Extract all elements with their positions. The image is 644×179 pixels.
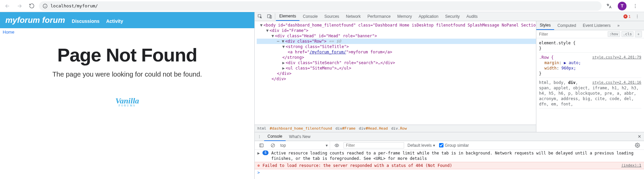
styles-rules[interactable]: element.style { } style.css?v=2.4.201:79…	[536, 38, 644, 132]
styles-tabs: Styles Computed Event Listeners »	[536, 21, 644, 30]
devtools-menu-button[interactable]	[633, 12, 642, 21]
styles-filter-row: :hov .cls ＋	[536, 30, 644, 38]
bc-head[interactable]: div#Head.Head	[359, 126, 388, 131]
dom-node[interactable]: ▶<div class="SiteSearch" role="search">……	[257, 60, 536, 65]
dom-node[interactable]: ▼<strong class="SiteTitle">	[257, 44, 536, 49]
tab-performance[interactable]: Performance	[364, 12, 394, 21]
inspect-icon	[257, 14, 263, 19]
tab-security[interactable]: Security	[442, 12, 463, 21]
tab-application[interactable]: Application	[415, 12, 442, 21]
console-message-info[interactable]: ▶ 6 Active resource loading counts reach…	[255, 150, 644, 162]
styles-filter-input[interactable]	[536, 32, 608, 37]
tab-more[interactable]: »	[614, 21, 623, 30]
console-messages[interactable]: ▶ 6 Active resource loading counts reach…	[255, 150, 644, 179]
back-button[interactable]	[3, 1, 12, 11]
breadcrumb-home[interactable]: Home	[3, 30, 14, 35]
drawer-tab-console[interactable]: Console	[264, 132, 286, 141]
group-similar-checkbox[interactable]	[439, 143, 443, 147]
console-filter-input[interactable]	[344, 142, 404, 148]
bc-row[interactable]: div.Row	[391, 126, 407, 131]
nav-activity[interactable]: Activity	[106, 18, 123, 24]
svg-point-15	[336, 145, 337, 146]
tab-event-listeners[interactable]: Event Listeners	[579, 21, 614, 30]
tab-sources[interactable]: Sources	[321, 12, 343, 21]
tab-network[interactable]: Network	[343, 12, 364, 21]
drawer-tab-whatsnew[interactable]: What's New	[286, 132, 314, 141]
console-settings-button[interactable]	[633, 141, 642, 150]
address-bar[interactable]: localhost/myforum/	[39, 1, 602, 11]
dom-node-selected[interactable]: ⋯ ▼<div class="Row"> == $0	[257, 39, 536, 44]
reload-button[interactable]	[27, 1, 36, 11]
bc-body[interactable]: #dashboard_home_filenotfound	[270, 126, 332, 131]
rule-element-style[interactable]: element.style { }	[539, 40, 641, 53]
inspect-element-button[interactable]	[255, 12, 265, 21]
error-indicator[interactable]: ✕ 1	[623, 14, 631, 18]
message-source-link[interactable]: (index):1	[621, 163, 641, 168]
site-title[interactable]: myforum forum	[5, 15, 65, 25]
expand-icon[interactable]: ▶	[257, 150, 260, 161]
svg-point-10	[259, 135, 260, 136]
bc-html[interactable]: html	[257, 126, 266, 131]
vanilla-logo[interactable]: Vanilla FORUMS	[107, 95, 147, 110]
page-title: Page Not Found	[7, 44, 248, 66]
tab-computed[interactable]: Computed	[554, 21, 579, 30]
drawer-menu-button[interactable]	[255, 132, 264, 141]
svg-point-8	[637, 16, 638, 17]
tab-memory[interactable]: Memory	[394, 12, 415, 21]
rule-row[interactable]: style.css?v=2.4.201:79 .Row { margin: ▶ …	[539, 54, 641, 78]
info-icon	[42, 3, 48, 9]
tab-console[interactable]: Console	[299, 12, 321, 21]
clear-console-button[interactable]	[268, 141, 278, 150]
dom-node[interactable]: ▼<div id="Frame">	[257, 28, 536, 33]
elements-panel: ▼<body id="dashboard_home_filenotfound" …	[255, 21, 644, 132]
toolbar-right: T	[604, 1, 641, 11]
error-dot-icon: ✕	[623, 14, 628, 18]
rule-source-link[interactable]: style.css?v=2.4.201:16	[592, 80, 641, 85]
svg-point-7	[637, 15, 638, 15]
dom-node[interactable]: <a href="/myforum_forum/">myforum forum<…	[257, 49, 536, 55]
device-toolbar-button[interactable]	[265, 12, 274, 21]
live-expression-button[interactable]	[332, 141, 342, 150]
log-level-selector[interactable]: Default levels ▾	[407, 143, 435, 148]
devtools-topright: ✕ 1	[623, 12, 644, 21]
context-selector[interactable]: top ▾	[280, 141, 330, 149]
translate-icon	[606, 3, 612, 9]
dom-node[interactable]: ▶<ul class="SiteMenu">…</ul>	[257, 65, 536, 71]
message-text: Active resource loading counts reached t…	[271, 150, 641, 161]
dom-node[interactable]: ▼<div class="Head" id="Head" role="banne…	[257, 33, 536, 39]
devtools-topbar: Elements Console Sources Network Perform…	[255, 12, 644, 21]
tab-elements[interactable]: Elements	[276, 12, 299, 21]
group-similar-toggle[interactable]: Group similar	[439, 143, 469, 148]
page-viewport: myforum forum Discussions Activity Home …	[0, 12, 254, 179]
devtools: Elements Console Sources Network Perform…	[254, 12, 644, 179]
new-rule-button[interactable]: ＋	[635, 31, 642, 37]
console-prompt[interactable]: >	[255, 169, 644, 176]
breadcrumb: Home	[0, 28, 254, 36]
rule-reset[interactable]: style.css?v=2.4.201:16 html, body, div, …	[539, 79, 641, 108]
tab-styles[interactable]: Styles	[536, 21, 554, 30]
hov-toggle[interactable]: :hov	[608, 31, 620, 37]
bc-frame[interactable]: div#Frame	[335, 126, 356, 131]
tab-audits[interactable]: Audits	[463, 12, 481, 21]
kebab-icon	[257, 135, 261, 139]
dom-tree[interactable]: ▼<body id="dashboard_home_filenotfound" …	[255, 21, 536, 125]
console-sidebar-toggle[interactable]	[257, 141, 266, 150]
dom-node[interactable]: ▼<body id="dashboard_home_filenotfound" …	[257, 23, 536, 28]
profile-avatar[interactable]: T	[618, 2, 627, 10]
dom-pane: ▼<body id="dashboard_home_filenotfound" …	[255, 21, 536, 132]
dom-node[interactable]: </div>	[257, 76, 536, 82]
repeat-count-badge: 6	[262, 150, 269, 155]
console-message-error[interactable]: ⊗ Failed to load resource: the server re…	[255, 162, 644, 169]
rule-source-link[interactable]: style.css?v=2.4.201:79	[592, 55, 641, 60]
dom-node[interactable]: </div>	[257, 71, 536, 76]
console-toolbar: top ▾ Default levels ▾ Group similar	[255, 141, 644, 150]
svg-point-12	[259, 137, 260, 138]
browser-menu-button[interactable]	[631, 1, 640, 11]
translate-button[interactable]	[604, 1, 614, 11]
dom-node[interactable]: </strong>	[257, 55, 536, 60]
dom-breadcrumb[interactable]: html #dashboard_home_filenotfound div#Fr…	[255, 125, 536, 132]
forward-button[interactable]	[15, 1, 24, 11]
cls-toggle[interactable]: .cls	[621, 31, 634, 37]
drawer-close-button[interactable]: ✕	[635, 134, 644, 139]
nav-discussions[interactable]: Discussions	[72, 18, 99, 24]
